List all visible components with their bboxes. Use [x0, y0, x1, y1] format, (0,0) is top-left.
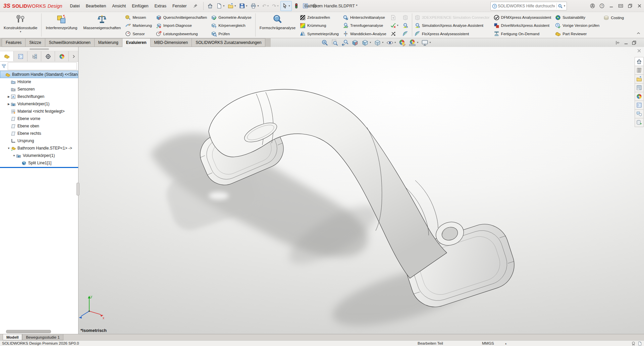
dropdown-icon[interactable]: ▾ [289, 5, 290, 7]
tree-item-beschriftungen[interactable]: ▶Beschriftungen [0, 93, 78, 100]
model-3d-view[interactable]: y x z [78, 47, 644, 334]
tab-evaluieren[interactable]: Evaluieren [122, 38, 151, 47]
ribbon-leistungsbewertung[interactable]: Leistungsbewertung [155, 30, 210, 38]
task-pane-design-library[interactable] [635, 66, 644, 75]
ribbon-trennfugenanalyse[interactable]: Trennfugenanalyse [341, 21, 389, 30]
panel-splitter-handle[interactable] [76, 183, 79, 195]
ribbon-symmetriepr-fung[interactable]: Symmetrieprüfung [299, 30, 341, 38]
ribbon-konstruktionsstudie[interactable]: Konstruktionsstudie▾ [1, 12, 40, 38]
edit-appearance-button[interactable] [398, 39, 406, 47]
tree-item-material-nicht-festgelegt[interactable]: Material <nicht festgelegt> [0, 108, 78, 115]
task-pane-file-explorer[interactable] [635, 75, 644, 83]
home-button[interactable] [206, 1, 215, 11]
ribbon-k-rpervergleich[interactable]: Körpervergleich [210, 21, 254, 30]
open-button[interactable]: ▾ [226, 1, 237, 11]
apply-scene-button[interactable]: ▾ [409, 39, 419, 47]
ribbon-wanddicken-analyse[interactable]: Wanddicken-Analyse [341, 30, 389, 38]
ribbon-dfmxpress-analyseassistent[interactable]: DFMXpress Analyseassistent [492, 13, 554, 21]
menu-ansicht[interactable]: Ansicht [109, 0, 129, 12]
minimize-document-button[interactable] [624, 40, 629, 45]
ribbon-kr-mmung[interactable]: Krümmung [299, 21, 341, 30]
tree-item-ursprung[interactable]: Ursprung [0, 137, 78, 145]
tab-features[interactable]: Features [2, 38, 25, 47]
ribbon-interferenzpr-fung[interactable]: Interferenzprüfung [43, 12, 80, 38]
ribbon-geometrie-analyse[interactable]: Geometrie-Analyse [210, 13, 254, 21]
help-search-box[interactable]: ▾ [490, 2, 567, 10]
rollback-bar[interactable] [0, 167, 78, 168]
view-orientation-button[interactable]: ▾ [361, 39, 371, 47]
tree-expander[interactable]: ▶ [7, 95, 11, 98]
tab-mbd-dimensionen[interactable]: MBD-Dimensionen [151, 38, 192, 47]
panel-tab-displaymanager[interactable] [55, 51, 69, 61]
badge-icon[interactable] [631, 341, 636, 346]
tree-item-volumenk-rper-1[interactable]: ▶Volumenkörper(1) [0, 100, 78, 108]
dropdown-icon[interactable]: ▾ [394, 41, 396, 44]
tree-item-volumenk-rper-1[interactable]: ▼Volumenkörper(1) [0, 152, 78, 159]
previous-view-button[interactable] [341, 39, 349, 47]
search-icon[interactable] [558, 4, 563, 9]
help-search-input[interactable] [497, 3, 555, 9]
ribbon-curvature-analysis[interactable] [401, 21, 411, 30]
close-button[interactable] [637, 3, 642, 8]
dropdown-icon[interactable]: ▾ [234, 5, 236, 7]
task-pane-close-button[interactable] [637, 48, 642, 54]
task-pane-view-palette[interactable] [635, 83, 644, 92]
view-settings-button[interactable]: ▾ [421, 39, 431, 47]
select-button[interactable]: ▾ [280, 1, 292, 11]
menu-extras[interactable]: Extras [152, 0, 169, 12]
ribbon-verification[interactable]: ▾ [389, 21, 401, 30]
help-button[interactable] [599, 3, 604, 8]
task-pane-forum[interactable] [635, 110, 644, 118]
horizontal-scrollbar-thumb[interactable] [6, 330, 51, 333]
ribbon-formschr-geanalyse[interactable]: Formschrägeanalyse [257, 12, 299, 38]
dropdown-icon[interactable]: ▾ [223, 5, 224, 7]
ribbon-vorige-version-pr-fen[interactable]: Vorige Version prüfen [554, 21, 602, 30]
dropdown-icon[interactable]: ▾ [267, 5, 269, 7]
panel-tab-overflow[interactable] [69, 51, 78, 61]
bottom-tab-bewegungsstudie-1[interactable]: Bewegungsstudie 1 [22, 334, 63, 340]
dropdown-icon[interactable]: ▾ [397, 24, 398, 27]
zoom-to-fit-button[interactable] [321, 39, 329, 47]
ribbon-masseneigenschaften[interactable]: Masseneigenschaften [80, 12, 124, 38]
ribbon-collapse-button[interactable] [636, 31, 641, 37]
hide-show-items-button[interactable]: ▾ [386, 39, 396, 47]
tree-expander[interactable]: ▼ [12, 154, 16, 157]
rebuild-button[interactable] [292, 1, 301, 11]
units-label[interactable]: MMGS [482, 341, 494, 345]
tree-item-ebene-vorne[interactable]: Ebene vorne [0, 115, 78, 122]
ribbon-hinterschnittanalyse[interactable]: Hinterschnittanalyse [341, 13, 389, 21]
tree-item-ebene-rechts[interactable]: Ebene rechts [0, 130, 78, 137]
units-dropdown-icon[interactable]: ▴ [505, 342, 506, 345]
pin-menu-button[interactable] [190, 3, 201, 8]
tree-item-historie[interactable]: Historie [0, 78, 78, 85]
ribbon-mesh-preview[interactable] [401, 30, 411, 38]
ribbon-import-diagnose[interactable]: Import-Diagnose [155, 21, 210, 30]
minimize-button[interactable] [609, 3, 614, 8]
menu-datei[interactable]: Datei [67, 0, 83, 12]
dropdown-icon[interactable]: ▾ [417, 41, 418, 44]
dropdown-icon[interactable]: ▾ [246, 5, 247, 7]
ribbon-simulationxpress-analyse-assistent[interactable]: SimulationXpress Analyse-Assistent [413, 21, 492, 30]
menu-fenster[interactable]: Fenster [169, 0, 190, 12]
restore-button[interactable] [628, 3, 633, 8]
panel-tab-featuremanager[interactable] [0, 51, 14, 61]
dropdown-icon[interactable]: ▾ [20, 31, 21, 33]
dropdown-icon[interactable]: ▾ [382, 41, 383, 44]
task-pane-home[interactable] [635, 57, 644, 66]
task-pane-custom-properties[interactable] [635, 101, 644, 110]
ribbon-messen[interactable]: Messen [124, 13, 155, 21]
tree-item-bathroom-handle-step-1[interactable]: ▼Bathroom Handle.STEP<1> -> [0, 145, 78, 152]
tab-schwei-konstruktionen[interactable]: Schweißkonstruktionen [45, 38, 95, 47]
menu-einf-gen[interactable]: Einfügen [129, 0, 151, 12]
ribbon-fertigung-on-demand[interactable]: Fertigung On-Demand [492, 30, 554, 38]
ribbon-zebrastreifen[interactable]: Zebrastreifen [299, 13, 341, 21]
tab-solidworks-zusatzanwendungen[interactable]: SOLIDWORKS Zusatzanwendungen [192, 38, 265, 47]
undock-pane-button[interactable] [615, 40, 621, 45]
panel-tab-propertymanager[interactable] [14, 51, 28, 61]
ribbon-costing[interactable]: Costing [602, 13, 627, 22]
tree-expander[interactable]: ▼ [7, 147, 11, 150]
tree-item-sensoren[interactable]: Sensoren [0, 85, 78, 93]
dropdown-icon[interactable]: ▾ [429, 41, 431, 44]
bottom-tab-modell[interactable]: Modell [3, 334, 22, 340]
tree-filter-input[interactable] [8, 62, 77, 70]
